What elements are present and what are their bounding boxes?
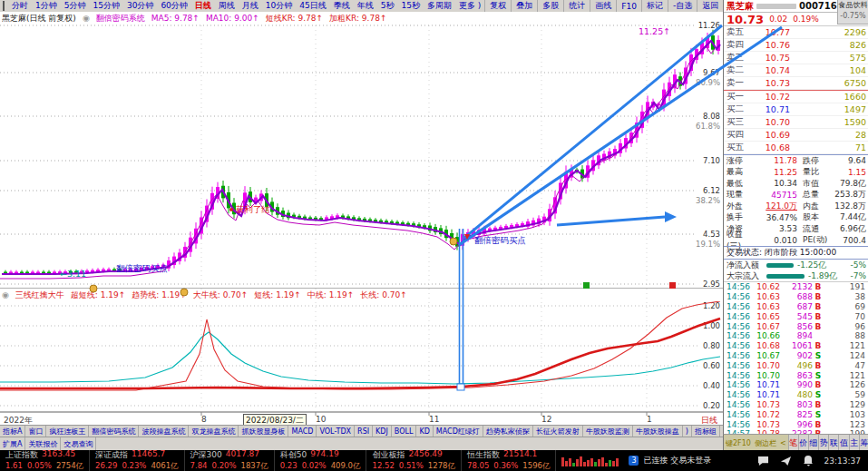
stat-row: 换手36.47%股本7.44亿	[724, 212, 868, 224]
price-change: 0.02	[769, 15, 787, 24]
period-分时[interactable]: 分时	[8, 0, 32, 12]
connection-badge: 3	[629, 456, 639, 466]
indicator-tabs-row1: 指标A窗口疯狂连板王翻倍密码系统波段操盘系统双龙操盘系统抓妖股显身板MACDVO…	[0, 425, 723, 437]
period-60分钟[interactable]: 60分钟	[157, 0, 190, 12]
axis-tick: 10	[316, 415, 326, 424]
index-创业板指[interactable]: 创业板指2456.4912.520.51%1278亿	[366, 450, 462, 471]
toolbar-button-复权[interactable]: 复权	[484, 0, 511, 12]
period-更多 )[interactable]: 更多 )	[455, 0, 484, 12]
strip-label-键2F10[interactable]: 键2F10	[724, 435, 753, 451]
transaction-row: 14:5610.70863S121	[724, 370, 868, 380]
toolbar-button-统计[interactable]: 统计	[563, 0, 590, 12]
bell-icon[interactable]	[803, 455, 814, 466]
transaction-row: 14:5610.63688B38	[724, 292, 868, 302]
period-15秒[interactable]: 15秒	[397, 0, 423, 12]
index-科创50[interactable]: 科创50974.190.230.02%409.0亿	[275, 450, 367, 471]
time-axis: 2022年81011121 2022/08/23/二 日线	[0, 412, 723, 426]
broadcast-icon[interactable]	[780, 456, 792, 466]
panel-tab-筹[interactable]: 筹	[859, 435, 868, 451]
transaction-row: 14:5610.681061B121	[724, 341, 868, 351]
period-季线[interactable]: 季线	[330, 0, 354, 12]
toolbar-button-F10[interactable]: F10	[616, 0, 641, 12]
period-5分钟[interactable]: 5分钟	[61, 0, 90, 12]
quote-panel: 黑芝麻 000716 R 10.73 0.02 0.19% 卖五10.77229…	[723, 0, 868, 434]
toolbar-button-叠加[interactable]: 叠加	[511, 0, 537, 12]
quote-row-卖五: 卖五10.772296	[724, 26, 868, 39]
flow-row: 大宗流入-1.89亿-7%	[724, 270, 868, 281]
header-segment: 趋势线: 1.19↑	[132, 290, 186, 299]
toolbar-button--自选[interactable]: -自选	[668, 0, 697, 12]
toolbar-button-标记[interactable]: 标记	[641, 0, 668, 12]
transaction-list[interactable]: 14:5610.622132B19114:5610.63688B3814:561…	[724, 281, 868, 434]
header-segment: 短线: 1.19↑	[254, 290, 300, 299]
period-月线[interactable]: 月线	[239, 0, 262, 12]
panel-tab-主[interactable]: 主	[849, 435, 859, 451]
indicator-pane-header: ◉三线红擒大牛超短线: 1.19↑趋势线: 1.19↑大牛线: 0.70↑短线:…	[2, 289, 721, 300]
clock: 23:13:37	[824, 456, 861, 466]
chart-area[interactable]	[0, 12, 723, 425]
header-segment: 加粗KR: 9.78↑	[329, 14, 386, 23]
period-15分钟[interactable]: 15分钟	[89, 0, 122, 12]
axis-tick: 8	[201, 415, 207, 424]
toolbar-button-多股[interactable]: 多股	[537, 0, 563, 12]
period-5秒[interactable]: 5秒	[377, 0, 398, 12]
header-segment: 黑芝麻(日线 前复权)	[2, 14, 76, 23]
header-segment: MA5: 9.78↑	[151, 14, 200, 23]
buy-queue: 买一10.721660买二10.711497买三10.701590买四10.69…	[724, 91, 868, 154]
strip-label-<[interactable]: <	[778, 435, 788, 451]
pane-divider	[0, 288, 723, 289]
index-quotes: 上证指数3163.451.610.05%2754亿深证成指11465.726.2…	[0, 450, 556, 471]
period-日线[interactable]: 日线	[191, 0, 215, 12]
period-30分钟[interactable]: 30分钟	[123, 0, 157, 12]
stock-name: 黑芝麻	[727, 0, 754, 13]
index-恒生指数[interactable]: 恒生指数21514.178.050.36%1596亿	[462, 450, 557, 471]
sector-change: -0.75%	[838, 11, 868, 22]
panel-tab-笔[interactable]: 笔	[788, 435, 798, 451]
message-icon[interactable]	[757, 456, 769, 466]
period-多周期[interactable]: 多周期	[424, 0, 455, 12]
transaction-row: 14:5610.72825S103	[724, 409, 868, 419]
connection-status[interactable]: 3 已连接 交易未登录	[629, 455, 711, 466]
index-上证指数[interactable]: 上证指数3163.451.610.05%2754亿	[0, 450, 90, 471]
app-window: 分时1分钟5分钟15分钟30分钟60分钟日线周线月线10分钟45日线季线年线5秒…	[0, 0, 868, 471]
toolbar-buttons: 复权叠加多股统计画线F10标记-自选返回	[484, 0, 723, 12]
quote-row-买三: 买三10.701590	[724, 116, 868, 129]
axis-tick: 11	[429, 415, 439, 424]
last-price: 10.73	[727, 13, 764, 26]
header-segment: 短线KR: 9.78↑	[266, 14, 323, 23]
trade-state: 交易状态: 闭市阶段 15:00:00	[724, 246, 868, 260]
index-深证成指[interactable]: 深证成指11465.726.290.23%4061亿	[90, 450, 185, 471]
period-周线[interactable]: 周线	[215, 0, 239, 12]
stock-subtitle-placeholder	[756, 4, 796, 9]
period-toolbar: 分时1分钟5分钟15分钟30分钟60分钟日线周线月线10分钟45日线季线年线5秒…	[0, 0, 723, 13]
mini-bars-chart	[561, 455, 621, 467]
period-1分钟[interactable]: 1分钟	[32, 0, 61, 12]
period-45日线[interactable]: 45日线	[296, 0, 329, 12]
price-change-pct: 0.19%	[793, 15, 819, 24]
flow-row: 净流入额-1.25亿-5%	[724, 260, 868, 270]
panel-tab-势[interactable]: 势	[818, 435, 828, 451]
toolbar-button-返回[interactable]: 返回	[697, 0, 723, 12]
panel-tab-联[interactable]: 联	[828, 435, 838, 451]
sell-queue: 卖五10.772296卖四10.76826卖三10.75575卖二10.7410…	[724, 26, 868, 90]
period-年线[interactable]: 年线	[354, 0, 377, 12]
sector-box[interactable]: 食品饮料 -0.75%	[837, 0, 868, 25]
header-segment: MA10: 9.00↑	[206, 14, 259, 23]
panel-tab-细[interactable]: 细	[808, 435, 818, 451]
transaction-row: 14:5610.71480S59	[724, 390, 868, 400]
strip-label-侧边栏[interactable]: 侧边栏	[753, 435, 778, 451]
header-segment: 中线: 1.19↑	[307, 290, 354, 299]
transaction-row: 14:5610.70496B47	[724, 360, 868, 370]
panel-tab-值[interactable]: 值	[838, 435, 848, 451]
quote-row-卖四: 卖四10.76826	[724, 39, 868, 52]
index-沪深300[interactable]: 沪深3004017.877.840.20%1837亿	[185, 450, 275, 471]
flow-bar	[766, 274, 805, 279]
window-icon[interactable]	[3, 1, 5, 11]
period-buttons: 分时1分钟5分钟15分钟30分钟60分钟日线周线月线10分钟45日线季线年线5秒…	[8, 0, 484, 12]
period-10分钟[interactable]: 10分钟	[262, 0, 296, 12]
stat-row: 现量45715总量253.8万	[724, 190, 868, 201]
toolbar-button-画线[interactable]: 画线	[590, 0, 616, 12]
panel-tab-价[interactable]: 价	[798, 435, 808, 451]
quote-row-卖二: 卖二10.74104	[724, 64, 868, 77]
axis-tick: 1	[647, 415, 652, 424]
